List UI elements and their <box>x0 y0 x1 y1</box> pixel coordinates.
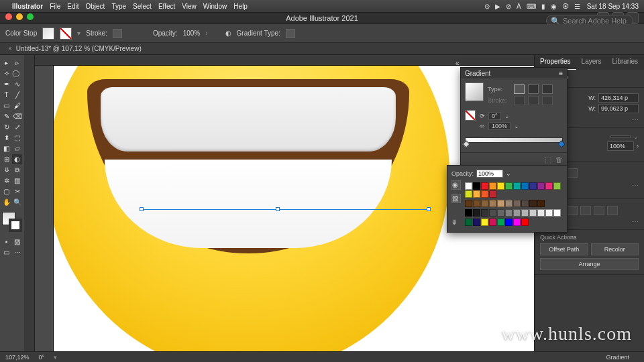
color-swatch[interactable] <box>529 200 537 207</box>
battery-icon[interactable]: ▮ <box>541 3 545 10</box>
gradient-mode[interactable]: ▨ <box>12 237 22 247</box>
direct-select-tool[interactable]: ▹ <box>12 58 22 68</box>
rotate-tool[interactable]: ↻ <box>1 122 11 132</box>
color-swatch[interactable] <box>497 182 504 190</box>
recolor-button[interactable]: Recolor <box>591 243 639 255</box>
shape-builder-tool[interactable]: ◧ <box>1 143 11 154</box>
status-icon[interactable]: A <box>517 3 521 10</box>
fill-swatch[interactable] <box>42 27 54 40</box>
app-name[interactable]: Illustrator <box>12 3 43 10</box>
status-icon[interactable]: ⊙ <box>484 3 490 10</box>
scale-tool[interactable]: ⤢ <box>12 122 22 132</box>
link-icon[interactable]: ⬚ <box>545 156 551 164</box>
status-icon[interactable]: ▶ <box>495 3 500 10</box>
graph-tool[interactable]: ▥ <box>12 176 22 186</box>
color-swatch[interactable] <box>481 190 488 198</box>
color-swatch[interactable] <box>537 209 545 217</box>
panel-menu-icon[interactable]: ≡ <box>559 70 563 77</box>
gradient-tool[interactable]: ◐ <box>12 154 22 164</box>
color-swatch[interactable] <box>473 190 480 198</box>
color-swatch[interactable] <box>473 182 480 190</box>
curvature-tool[interactable]: ∿ <box>12 79 22 89</box>
screen-mode[interactable]: ▭ <box>1 247 11 257</box>
color-swatch[interactable] <box>537 200 545 207</box>
gradient-slider[interactable] <box>465 135 563 145</box>
color-swatch[interactable] <box>513 219 521 226</box>
magic-wand-tool[interactable]: ✧ <box>1 68 11 78</box>
radial-gradient-btn[interactable] <box>528 84 539 94</box>
selection-tool[interactable]: ▸ <box>1 58 11 68</box>
document-tab[interactable]: × Untitled-13* @ 107,12 % (CMYK/Preview) <box>0 43 644 55</box>
color-swatch[interactable] <box>505 209 513 217</box>
color-swatch[interactable] <box>481 219 488 226</box>
align-vcenter[interactable] <box>594 206 604 215</box>
line-tool[interactable]: ╱ <box>12 90 22 100</box>
menu-view[interactable]: View <box>182 3 197 10</box>
emoji-face[interactable] <box>54 66 449 351</box>
offset-path-button[interactable]: Offset Path <box>540 243 588 255</box>
color-swatch[interactable] <box>545 182 553 190</box>
color-swatch[interactable] <box>489 219 496 226</box>
aspect-field[interactable]: 100% <box>488 122 511 130</box>
color-swatch[interactable] <box>489 190 496 198</box>
gradient-handle[interactable] <box>276 207 280 211</box>
stroke-weight[interactable] <box>113 29 122 38</box>
zoom-value[interactable]: 107,12% <box>5 354 30 361</box>
mesh-tool[interactable]: ⊞ <box>1 154 11 164</box>
color-swatch[interactable] <box>465 182 472 190</box>
angle-field[interactable]: 0° <box>488 112 501 120</box>
tab-libraries[interactable]: Libraries <box>607 55 643 70</box>
rectangle-tool[interactable]: ▭ <box>1 101 11 111</box>
color-swatch[interactable] <box>513 182 521 190</box>
menu-object[interactable]: Object <box>85 3 105 10</box>
menu-window[interactable]: Window <box>203 3 227 10</box>
color-swatch[interactable] <box>521 209 529 217</box>
color-swatch[interactable] <box>553 209 561 217</box>
opacity-input[interactable] <box>476 170 503 178</box>
emoji-mouth[interactable] <box>87 79 409 253</box>
linear-gradient-btn[interactable] <box>514 84 525 94</box>
swatch-view-icon[interactable]: ◉ <box>451 180 461 190</box>
symbol-spray-tool[interactable]: ✲ <box>1 176 11 186</box>
color-swatch[interactable] <box>489 209 496 217</box>
close-tab-icon[interactable]: × <box>8 45 12 52</box>
freeform-gradient-btn[interactable] <box>542 84 553 94</box>
control-center-icon[interactable]: ☰ <box>574 3 580 10</box>
trash-icon[interactable]: 🗑 <box>555 156 563 164</box>
gradient-panel[interactable]: «Gradient≡ Type: Stroke: ⟳0°⌄ ⬄ <box>460 67 568 168</box>
width-tool[interactable]: ⬍ <box>1 133 11 143</box>
gradient-icon[interactable]: ◐ <box>225 29 231 37</box>
color-swatch[interactable] <box>481 182 488 190</box>
color-swatch[interactable] <box>473 219 480 226</box>
color-swatch[interactable] <box>513 200 521 207</box>
color-swatch[interactable] <box>489 182 496 190</box>
align-bottom[interactable] <box>607 206 618 215</box>
color-swatch[interactable] <box>465 209 472 217</box>
rotation-value[interactable]: 0° <box>39 354 45 361</box>
status-icon[interactable]: ⊘ <box>506 3 511 10</box>
color-mode[interactable]: ▪ <box>1 237 11 247</box>
color-swatch[interactable] <box>529 182 537 190</box>
color-swatch[interactable] <box>465 190 472 198</box>
eraser-tool[interactable]: ⌫ <box>12 111 22 121</box>
gradient-annotator[interactable] <box>141 209 429 210</box>
menu-type[interactable]: Type <box>111 3 126 10</box>
menu-effect[interactable]: Effect <box>158 3 175 10</box>
menu-select[interactable]: Select <box>133 3 152 10</box>
dropdown[interactable] <box>610 135 631 138</box>
fill-stroke-control[interactable] <box>2 212 22 232</box>
hand-tool[interactable]: ✋ <box>1 197 11 207</box>
color-swatch[interactable] <box>521 219 529 226</box>
slice-tool[interactable]: ✂ <box>12 186 22 196</box>
menubar-clock[interactable]: Sat 18 Sep 14:33 <box>587 3 639 10</box>
align-top[interactable] <box>580 206 591 215</box>
wifi-icon[interactable]: ◉ <box>551 3 557 10</box>
reverse-gradient-icon[interactable] <box>465 110 476 121</box>
appearance-btn[interactable] <box>567 168 578 178</box>
color-swatch[interactable] <box>481 200 488 207</box>
color-swatch[interactable] <box>465 219 472 226</box>
eyedropper-icon[interactable]: ⤋ <box>451 219 461 228</box>
color-swatch[interactable] <box>473 209 480 217</box>
blend-tool[interactable]: ⧉ <box>12 165 22 175</box>
type-tool[interactable]: T <box>1 90 11 100</box>
